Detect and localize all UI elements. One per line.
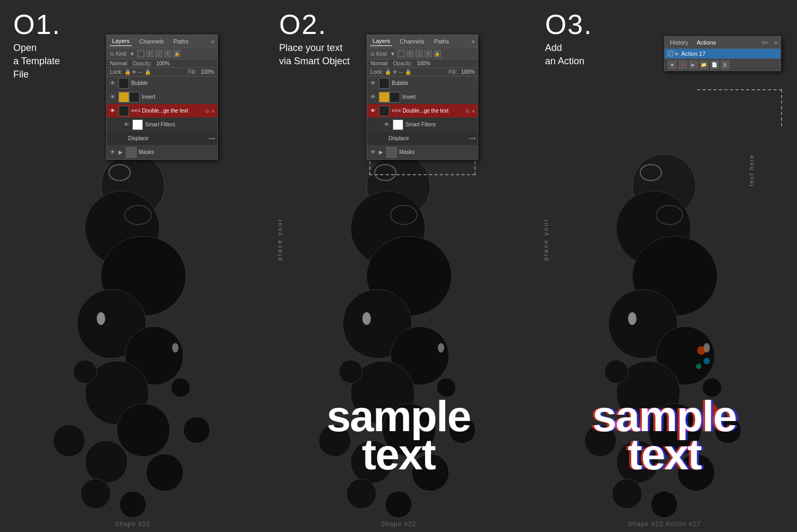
layer-displace-1[interactable]: Displace ⟹ xyxy=(107,132,217,145)
svg-point-59 xyxy=(696,364,701,369)
svg-point-10 xyxy=(120,491,146,518)
layer-masks-2[interactable]: 👁 ▶ Masks xyxy=(367,145,478,159)
layer-displace-2[interactable]: Displace ⟹ xyxy=(367,132,478,145)
bubble-label-2: Bubble xyxy=(392,80,476,86)
svg-point-58 xyxy=(703,358,710,364)
play-btn[interactable]: ▶ xyxy=(689,61,698,69)
action-name-17: Action 17 xyxy=(681,50,777,57)
chromatic-text-container: sampletext sampletext sampletext xyxy=(592,397,736,474)
filter-btn-5[interactable]: 🔒 xyxy=(173,50,181,57)
layer-smart-filters-2[interactable]: 👁 Smart Filters xyxy=(367,118,478,132)
svg-point-32 xyxy=(362,312,371,325)
blob-svg-1 xyxy=(16,122,250,526)
filter-btn-2-5[interactable]: 🔒 xyxy=(434,50,441,57)
step-1-number: O1. xyxy=(13,11,61,38)
filter-icon-2: ▼ xyxy=(390,51,395,57)
layer-invert-2[interactable]: 👁 Invert xyxy=(367,90,478,104)
filter-btn-2-3[interactable]: ↕ xyxy=(416,50,423,57)
eye-masks-2[interactable]: 👁 xyxy=(369,149,377,156)
svg-point-47 xyxy=(612,479,642,509)
svg-point-51 xyxy=(628,312,637,325)
svg-point-33 xyxy=(438,343,444,353)
masks-label-2: Masks xyxy=(399,149,476,155)
expand-masks-1[interactable]: ▶ xyxy=(118,149,123,155)
eye-bubble-2[interactable]: 👁 xyxy=(369,80,377,87)
eye-filters-2[interactable]: 👁 xyxy=(383,121,391,128)
panel-toolbar-1: ⊙ Kind ▼ ⬛ T ↕ T 🔒 xyxy=(107,48,217,59)
layer-bubble-2[interactable]: 👁 Bubble xyxy=(367,76,478,90)
opacity-value-1: 100% xyxy=(156,61,170,66)
filter-btn-2[interactable]: T xyxy=(146,50,154,57)
eye-bubble-1[interactable]: 👁 xyxy=(109,80,116,87)
filter-btn-4[interactable]: T xyxy=(164,50,172,57)
paths-tab-1[interactable]: Paths xyxy=(172,37,191,46)
action-checkbox-17[interactable]: ✓ xyxy=(668,51,673,56)
record-btn[interactable]: ● xyxy=(679,61,687,69)
layer-masks-1[interactable]: 👁 ▶ Masks xyxy=(107,145,217,159)
panel-menu-icon-1[interactable]: ≡ xyxy=(211,39,214,45)
actions-menu-icon[interactable]: ≡ xyxy=(774,40,777,46)
layer-smart-1[interactable]: 👁 <<< Double...ge the text ⊙ ∧ xyxy=(107,104,217,118)
svg-point-8 xyxy=(146,454,183,491)
step-3-footer: Shape #22 Action #17 xyxy=(532,520,797,528)
vertical-text-3: place your xyxy=(542,218,549,261)
filter-btn-1[interactable]: ⬛ xyxy=(137,50,145,57)
svg-point-7 xyxy=(85,441,128,483)
delete-btn[interactable]: 🗑 xyxy=(721,61,730,69)
filter-btn-3[interactable]: ↕ xyxy=(155,50,163,57)
eye-smart-2[interactable]: 👁 xyxy=(369,107,377,115)
svg-point-53 xyxy=(605,360,628,383)
layers-panel-2: Layers Channels Paths ≡ ⊙ Kind ▼ ⬛ T ↕ T… xyxy=(367,35,478,160)
sample-text-3: sampletext xyxy=(592,397,736,474)
masks-label-1: Masks xyxy=(139,149,215,155)
main-container: O1. Opena TemplateFile Layers Channels P… xyxy=(0,0,797,532)
thumb-bubble-2 xyxy=(379,78,389,89)
layer-smart-filters-1[interactable]: 👁 Smart Filters xyxy=(107,118,217,132)
history-tab[interactable]: History xyxy=(668,38,690,47)
thumb-invert-1 xyxy=(118,92,129,102)
layers-tab-1[interactable]: Layers xyxy=(110,37,132,46)
eye-invert-1[interactable]: 👁 xyxy=(109,93,116,101)
expand-masks-2[interactable]: ▶ xyxy=(379,149,383,155)
eye-invert-2[interactable]: 👁 xyxy=(369,93,377,101)
svg-point-28 xyxy=(346,479,376,509)
panel-menu-icon-2[interactable]: ≡ xyxy=(471,39,474,45)
fx-icon-1: ⊙ xyxy=(205,108,209,114)
new-btn[interactable]: 📄 xyxy=(710,61,719,69)
layers-tab-2[interactable]: Layers xyxy=(370,37,392,46)
svg-point-14 xyxy=(172,343,179,353)
step-1-image xyxy=(0,111,265,532)
filter-btn-2-4[interactable]: T xyxy=(425,50,432,57)
arrow-icon-2: ∧ xyxy=(472,108,476,114)
lock-row-2-1: Normal Opacity: 100% xyxy=(367,59,478,68)
stop-btn[interactable]: ■ xyxy=(668,61,676,69)
actions-tab[interactable]: Actions xyxy=(694,38,718,47)
svg-point-13 xyxy=(97,312,105,325)
step-2: O2. Place your textvia Smart Object Laye… xyxy=(266,0,531,532)
filter-btn-2-2[interactable]: T xyxy=(406,50,414,57)
eye-masks-1[interactable]: 👁 xyxy=(109,149,116,156)
channels-tab-1[interactable]: Channels xyxy=(137,37,166,46)
thumb-smart-2 xyxy=(379,106,389,116)
action-row-17[interactable]: ✓ ▶ Action 17 xyxy=(665,49,781,58)
layer-invert-1[interactable]: 👁 Invert xyxy=(107,90,217,104)
svg-point-9 xyxy=(81,479,111,509)
layer-bubble-1[interactable]: 👁 Bubble xyxy=(107,76,217,90)
channels-tab-2[interactable]: Channels xyxy=(397,37,426,46)
eye-smart-1[interactable]: 👁 xyxy=(109,107,116,115)
filter-btn-2-1[interactable]: ⬛ xyxy=(397,50,405,57)
fill-value-1: 100% xyxy=(200,69,214,75)
svg-point-16 xyxy=(171,378,190,397)
arrow-icon-1: ∧ xyxy=(211,108,215,114)
step-3-image: place your text here xyxy=(532,111,797,532)
actions-expand-icon[interactable]: >> xyxy=(761,40,768,46)
thumb-masks-1 xyxy=(126,147,137,158)
displace-icon-1: ⟹ xyxy=(208,136,215,141)
layer-smart-2[interactable]: 👁 <<< Double...ge the text ⊙ ∧ xyxy=(367,104,478,118)
eye-filters-1[interactable]: 👁 xyxy=(123,121,130,128)
displace-label-1: Displace xyxy=(128,135,206,141)
svg-point-48 xyxy=(651,491,677,518)
folder-btn[interactable]: 📁 xyxy=(700,61,708,69)
kind-label-2: ⊙ Kind xyxy=(370,51,387,57)
paths-tab-2[interactable]: Paths xyxy=(432,37,451,46)
